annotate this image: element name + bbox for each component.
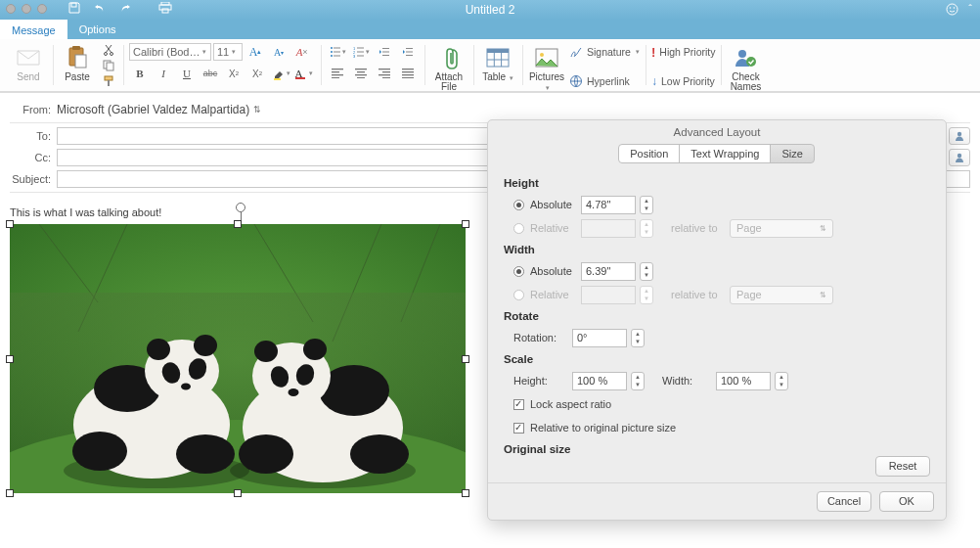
cc-address-book-button[interactable] — [949, 149, 970, 166]
zoom-window-button[interactable] — [37, 4, 47, 14]
svg-rect-9 — [75, 55, 86, 68]
align-center-button[interactable] — [350, 65, 372, 82]
font-family-combo[interactable]: Calibri (Bod…▾ — [129, 43, 211, 61]
scale-height-label: Height: — [504, 375, 572, 387]
bullets-button[interactable]: ▾ — [327, 43, 348, 61]
minimize-window-button[interactable] — [22, 4, 31, 14]
rotation-value: 0° — [577, 332, 588, 343]
redo-icon[interactable] — [119, 2, 131, 14]
from-label: From: — [10, 104, 57, 115]
numbering-button[interactable]: 123▾ — [350, 43, 372, 61]
svg-rect-36 — [332, 71, 339, 72]
scale-height-input[interactable]: 100 % — [572, 372, 627, 390]
ok-button[interactable]: OK — [879, 491, 934, 512]
to-address-book-button[interactable] — [949, 127, 970, 145]
lock-aspect-checkbox[interactable] — [513, 399, 524, 410]
high-priority-button[interactable]: ! High Priority — [651, 43, 716, 61]
tab-text-wrapping[interactable]: Text Wrapping — [679, 144, 771, 163]
tab-options[interactable]: Options — [67, 20, 128, 39]
scale-width-input[interactable]: 100 % — [716, 372, 771, 390]
collapse-ribbon-icon[interactable]: ˆ — [968, 3, 972, 18]
cancel-button[interactable]: Cancel — [817, 491, 871, 512]
rotate-handle-icon[interactable] — [236, 203, 245, 212]
svg-rect-45 — [379, 74, 390, 75]
signature-button[interactable]: Signature▾ — [569, 43, 640, 61]
close-window-button[interactable] — [6, 4, 16, 14]
width-absolute-input[interactable]: 6.39" — [581, 262, 636, 281]
width-relative-stepper: ▲▼ — [640, 286, 653, 304]
bold-button[interactable]: B — [129, 65, 151, 82]
format-painter-icon[interactable] — [100, 74, 117, 88]
justify-button[interactable] — [397, 65, 419, 82]
pictures-label: Pictures — [529, 71, 564, 82]
italic-button[interactable]: I — [153, 65, 174, 82]
rotation-stepper[interactable]: ▲▼ — [631, 329, 645, 347]
emoji-icon[interactable] — [946, 3, 958, 18]
height-absolute-radio[interactable] — [513, 200, 524, 210]
resize-handle[interactable] — [462, 355, 469, 363]
tab-message[interactable]: Message — [0, 20, 67, 39]
resize-handle[interactable] — [6, 355, 14, 363]
reset-button[interactable]: Reset — [875, 456, 930, 477]
svg-point-6 — [954, 7, 956, 9]
height-absolute-stepper[interactable]: ▲▼ — [640, 196, 653, 214]
resize-handle[interactable] — [6, 489, 14, 497]
resize-handle[interactable] — [234, 220, 242, 228]
check-names-button[interactable]: Check Names — [727, 43, 764, 92]
resize-handle[interactable] — [6, 220, 14, 228]
indent-button[interactable] — [397, 43, 419, 61]
paste-button[interactable]: Paste — [59, 43, 96, 82]
highlight-button[interactable]: ▾ — [270, 65, 291, 82]
cut-icon[interactable] — [100, 43, 117, 57]
font-size-combo[interactable]: 11▾ — [213, 43, 243, 61]
tab-position[interactable]: Position — [618, 144, 680, 163]
section-rotate: Rotate — [504, 310, 930, 322]
scale-height-stepper[interactable]: ▲▼ — [631, 372, 645, 390]
svg-rect-0 — [71, 3, 76, 7]
svg-rect-41 — [355, 74, 367, 75]
font-color-button[interactable]: A▾ — [293, 65, 315, 82]
resize-handle[interactable] — [462, 489, 469, 497]
group-font: Calibri (Bod…▾ 11▾ A▴ A▾ A⨯ B I U abc X2… — [123, 41, 321, 91]
hyperlink-button[interactable]: Hyperlink — [569, 72, 640, 90]
clear-format-icon[interactable]: A⨯ — [291, 43, 313, 61]
send-button[interactable]: Send — [10, 43, 47, 82]
table-button[interactable]: Table ▾ — [479, 43, 516, 83]
relative-original-checkbox[interactable] — [513, 423, 524, 434]
width-absolute-value: 6.39" — [586, 265, 610, 277]
width-absolute-label: Absolute — [530, 265, 581, 277]
attach-file-button[interactable]: Attach File — [430, 43, 468, 92]
svg-rect-48 — [402, 71, 414, 72]
rotation-input[interactable]: 0° — [572, 329, 627, 347]
svg-rect-34 — [406, 55, 413, 56]
outdent-button[interactable] — [374, 43, 395, 61]
align-right-button[interactable] — [374, 65, 395, 82]
shrink-font-icon[interactable]: A▾ — [268, 43, 290, 61]
tab-size[interactable]: Size — [770, 144, 814, 163]
paste-label: Paste — [65, 72, 90, 82]
width-absolute-radio[interactable] — [513, 266, 524, 277]
underline-button[interactable]: U — [176, 65, 198, 82]
print-icon[interactable] — [158, 2, 172, 14]
subscript-button[interactable]: X2 — [223, 65, 245, 82]
scale-width-stepper[interactable]: ▲▼ — [775, 372, 788, 390]
strike-button[interactable]: abc — [200, 65, 221, 82]
height-absolute-input[interactable]: 4.78" — [581, 196, 636, 214]
copy-icon[interactable] — [100, 59, 117, 72]
svg-rect-33 — [406, 52, 413, 53]
superscript-button[interactable]: X2 — [246, 65, 268, 82]
inserted-picture[interactable] — [10, 224, 466, 493]
align-left-button[interactable] — [327, 65, 348, 82]
low-priority-button[interactable]: ↓ Low Priority — [651, 72, 716, 90]
svg-rect-24 — [357, 48, 364, 49]
undo-icon[interactable] — [94, 2, 106, 14]
resize-handle[interactable] — [234, 489, 242, 497]
from-account[interactable]: Microsoft (Gabriel Valdez Malpartida) ⇅ — [57, 103, 261, 116]
pictures-button[interactable]: Pictures ▾ — [528, 43, 565, 93]
svg-rect-46 — [382, 77, 390, 78]
resize-handle[interactable] — [462, 220, 469, 228]
width-absolute-stepper[interactable]: ▲▼ — [640, 262, 653, 281]
from-value: Microsoft (Gabriel Valdez Malpartida) — [57, 103, 249, 116]
grow-font-icon[interactable]: A▴ — [245, 43, 266, 61]
save-icon[interactable] — [68, 2, 80, 14]
